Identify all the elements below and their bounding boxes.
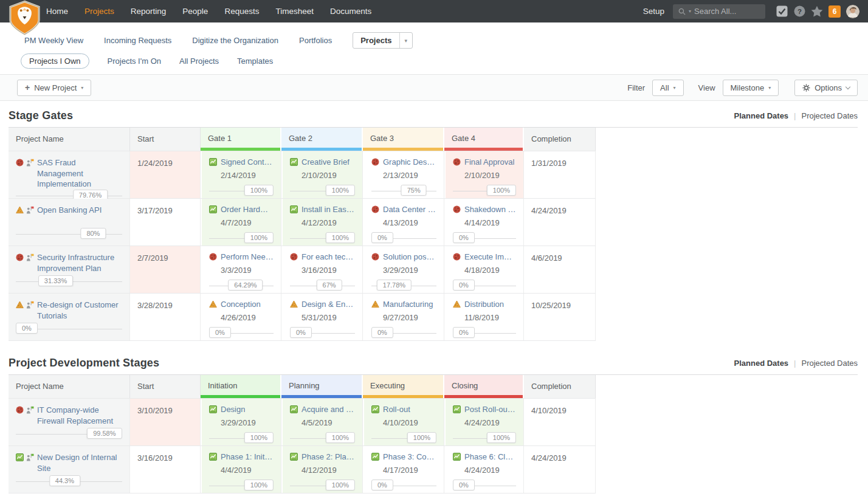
milestone-link[interactable]: Creative Brief <box>301 157 350 167</box>
approvals-check-icon[interactable] <box>776 5 788 18</box>
stage-color-bar <box>281 148 362 151</box>
milestone-link[interactable]: Shakedown of … <box>464 205 516 214</box>
subtab-templates[interactable]: Templates <box>237 57 273 66</box>
subtab-all-projects[interactable]: All Projects <box>179 57 219 66</box>
nav-item-home[interactable]: Home <box>46 7 68 16</box>
nav-item-timesheet[interactable]: Timesheet <box>275 7 314 16</box>
milestone-link[interactable]: Conception <box>221 300 261 309</box>
milestone-link[interactable]: For each techn… <box>301 252 355 261</box>
project-link[interactable]: Re-design of Customer Tutorials <box>37 300 122 321</box>
status-at-risk-icon <box>371 158 379 166</box>
status-on-track-icon <box>453 453 461 461</box>
milestone-link[interactable]: Graphic Design <box>383 157 436 167</box>
project-link[interactable]: New Design of Internal Site <box>37 452 122 473</box>
toolbar-right: Filter All ▾ View Milestone ▾ Options <box>627 80 858 96</box>
progress-bar: 100% <box>290 185 355 198</box>
subtab-projects-i-own[interactable]: Projects I Own <box>21 53 89 69</box>
milestone-link[interactable]: Data Center Ins… <box>383 205 436 214</box>
project-name-cell: New Design of Internal Site44.3% <box>9 446 130 493</box>
new-project-button[interactable]: + New Project ▾ <box>17 80 91 96</box>
options-button[interactable]: Options <box>794 80 858 96</box>
favorites-star-icon[interactable] <box>811 5 823 18</box>
milestone-link[interactable]: Post Roll-out m… <box>464 405 516 414</box>
tab-projects[interactable]: Projects▾ <box>353 32 413 49</box>
subtab-projects-i-m-on[interactable]: Projects I'm On <box>108 57 161 66</box>
progress-bar: 100% <box>371 432 436 445</box>
milestone-date: 4/12/2019 <box>301 218 355 227</box>
setup-link[interactable]: Setup <box>643 7 664 16</box>
tab-digitize-the-organization[interactable]: Digitize the Organization <box>192 36 278 45</box>
nav-item-documents[interactable]: Documents <box>330 7 371 16</box>
completion-date: 4/24/2019 <box>531 206 567 215</box>
milestone-link[interactable]: Final Approval <box>464 157 514 167</box>
view-dropdown[interactable]: Milestone ▾ <box>723 80 779 96</box>
project-link[interactable]: Open Banking API <box>37 205 102 216</box>
milestone-link[interactable]: Signed Contract <box>221 157 274 167</box>
tab-dropdown-caret-icon[interactable]: ▾ <box>399 33 413 48</box>
project-subtabs: Projects I OwnProjects I'm OnAll Project… <box>0 52 868 75</box>
avatar[interactable] <box>846 5 859 18</box>
milestone-link[interactable]: Solution possibi… <box>383 252 436 261</box>
project-link[interactable]: SAS Fraud Management Implementation <box>37 157 122 190</box>
search-icon <box>678 8 686 15</box>
project-link[interactable]: Security Infrastructure Improvement Plan <box>37 252 122 273</box>
column-header-gate-4: Gate 4 <box>444 128 524 151</box>
milestone-cell: Phase 6: Close4/24/20190% <box>444 446 524 493</box>
milestone-link[interactable]: Execute Implem… <box>464 252 516 261</box>
planned-dates-link[interactable]: Planned Dates <box>734 359 789 368</box>
nav-item-people[interactable]: People <box>182 7 208 16</box>
progress-bar: 100% <box>453 185 516 198</box>
milestone-link[interactable]: Order Hardware <box>221 205 274 214</box>
milestone-link[interactable]: Distribution <box>464 300 504 309</box>
milestone-link[interactable]: Perform Needs … <box>221 252 274 261</box>
column-header-start: Start <box>130 128 201 151</box>
search-input[interactable]: ▾ Search All... <box>673 4 765 19</box>
column-header-gate-1: Gate 1 <box>201 128 281 151</box>
search-scope-caret-icon[interactable]: ▾ <box>689 9 691 14</box>
owner-flag-icon <box>26 406 34 414</box>
milestone-cell: Design & Engin…5/31/20190% <box>281 294 363 340</box>
milestone-link[interactable]: Phase 3: Constr… <box>383 452 436 461</box>
status-warning-icon <box>16 206 24 214</box>
milestone-table: Project NameStartInitiationPlanningExecu… <box>9 375 596 493</box>
nav-item-reporting[interactable]: Reporting <box>131 7 167 16</box>
view-value: Milestone <box>731 83 765 92</box>
progress-bar: 100% <box>209 232 274 245</box>
completion-date: 4/24/2019 <box>531 453 567 462</box>
stage-color-bar <box>363 395 443 398</box>
progress-value: 0% <box>371 327 393 338</box>
column-header-completion: Completion <box>524 375 596 398</box>
column-header-gate-3: Gate 3 <box>363 128 444 151</box>
projected-dates-link[interactable]: Projected Dates <box>802 359 858 368</box>
projected-dates-link[interactable]: Projected Dates <box>802 111 858 120</box>
progress-bar: 0% <box>371 232 436 245</box>
help-icon[interactable]: ? <box>793 5 805 18</box>
milestone-link[interactable]: Acquire and dis… <box>301 405 355 414</box>
filter-dropdown[interactable]: All ▾ <box>652 80 683 96</box>
progress-bar: 0% <box>371 327 436 340</box>
milestone-link[interactable]: Design & Engin… <box>301 300 355 309</box>
tab-portfolios[interactable]: Portfolios <box>299 36 332 45</box>
milestone-link[interactable]: Phase 6: Close <box>464 452 516 461</box>
milestone-link[interactable]: Phase 1: Initiation <box>221 452 274 461</box>
workfront-logo-icon[interactable] <box>8 1 41 38</box>
completion-date-cell: 4/10/2019 <box>524 399 596 445</box>
project-link[interactable]: IT Company-wide Firewall Replacement <box>37 405 122 426</box>
milestone-link[interactable]: Phase 2: Planni… <box>301 452 355 461</box>
milestone-cell: Creative Brief2/10/2019100% <box>281 151 363 198</box>
nav-item-projects[interactable]: Projects <box>84 7 114 16</box>
planned-dates-link[interactable]: Planned Dates <box>734 111 789 120</box>
nav-item-requests[interactable]: Requests <box>224 7 259 16</box>
milestone-link[interactable]: Manufacturing <box>383 300 433 309</box>
progress-bar: 80% <box>16 228 122 241</box>
tab-incoming-requests[interactable]: Incoming Requests <box>104 36 171 45</box>
milestone-link[interactable]: Install in East C… <box>301 205 355 214</box>
notifications-badge[interactable]: 6 <box>828 5 841 18</box>
milestone-link[interactable]: Design <box>221 405 245 414</box>
progress-value: 31.33% <box>38 275 73 286</box>
milestone-link[interactable]: Roll-out <box>383 405 410 414</box>
plus-icon: + <box>25 83 30 92</box>
column-header-completion: Completion <box>524 128 596 151</box>
progress-value: 100% <box>407 432 436 443</box>
status-at-risk-icon <box>16 406 24 414</box>
